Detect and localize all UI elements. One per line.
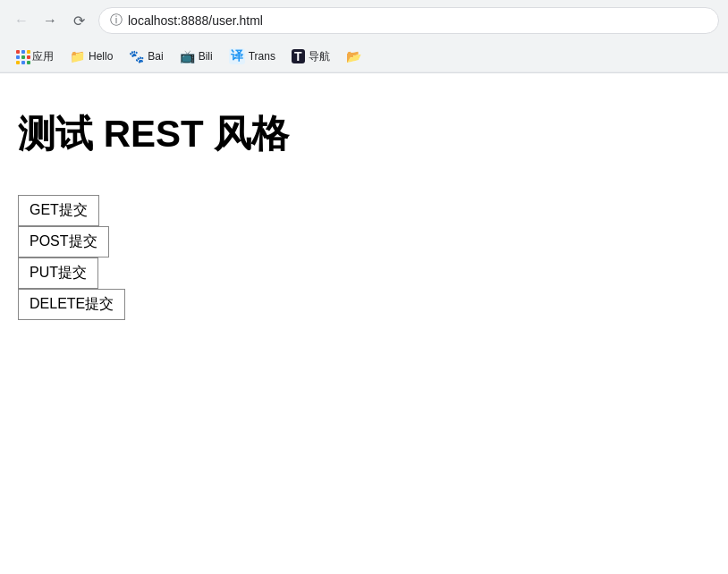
address-bar[interactable]: ⓘ localhost:8888/user.html (98, 7, 719, 34)
bookmark-hello-label: Hello (89, 50, 113, 63)
page-content: 测试 REST 风格 GET提交 POST提交 PUT提交 DELETE提交 (0, 73, 728, 520)
put-submit-button[interactable]: PUT提交 (18, 257, 98, 289)
nav-buttons: ← → ⟳ (9, 8, 91, 33)
bookmark-trans-label: Trans (249, 50, 275, 63)
folder-icon: 📁 (70, 49, 85, 63)
bookmark-bili-label: Bili (199, 50, 213, 63)
bookmark-trans[interactable]: 译 Trans (222, 45, 283, 68)
buttons-container: GET提交 POST提交 PUT提交 DELETE提交 (18, 195, 710, 320)
bookmark-apps-label: 应用 (32, 49, 54, 64)
browser-toolbar: ← → ⟳ ⓘ localhost:8888/user.html (0, 0, 728, 41)
bookmark-apps[interactable]: 应用 (9, 46, 61, 68)
delete-submit-button[interactable]: DELETE提交 (18, 289, 125, 320)
bookmarks-bar: 应用 📁 Hello 🐾 Bai 📺 Bili 译 Trans T 导航 (0, 41, 728, 72)
url-text: localhost:8888/user.html (128, 13, 263, 28)
bookmark-bai[interactable]: 🐾 Bai (122, 46, 170, 67)
bookmark-bai-label: Bai (148, 50, 163, 63)
forward-button[interactable]: → (38, 8, 63, 33)
apps-grid-icon (16, 50, 29, 63)
reload-button[interactable]: ⟳ (66, 8, 91, 33)
bookmark-more[interactable]: 📂 (339, 46, 368, 67)
translate-icon: 译 (229, 48, 245, 64)
t-logo-icon: T (292, 49, 305, 63)
back-button[interactable]: ← (9, 8, 34, 33)
security-icon: ⓘ (110, 13, 123, 29)
page-title: 测试 REST 风格 (18, 109, 710, 159)
tv-icon: 📺 (180, 49, 195, 63)
post-submit-button[interactable]: POST提交 (18, 226, 109, 257)
bookmark-hello[interactable]: 📁 Hello (63, 46, 120, 67)
bookmark-nav-label: 导航 (309, 49, 330, 64)
browser-chrome: ← → ⟳ ⓘ localhost:8888/user.html (0, 0, 728, 73)
bookmark-nav[interactable]: T 导航 (284, 46, 337, 68)
paw-icon: 🐾 (129, 49, 144, 63)
more-folder-icon: 📂 (346, 49, 361, 63)
get-submit-button[interactable]: GET提交 (18, 195, 99, 226)
bookmark-bili[interactable]: 📺 Bili (173, 46, 220, 67)
